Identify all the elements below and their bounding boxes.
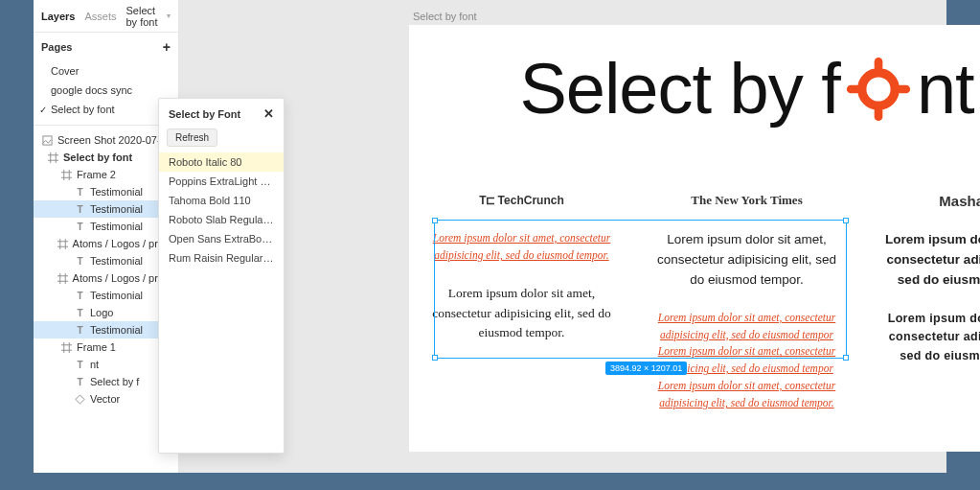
layer-row[interactable]: Vector (34, 390, 178, 408)
selection-handle-ne[interactable] (843, 218, 849, 223)
layer-label: Logo (90, 307, 113, 318)
frame-icon (61, 170, 72, 180)
testimonial-3b[interactable]: Lorem ipsum dolor sit amet, consectetur … (877, 310, 980, 365)
selection-handle-se[interactable] (843, 355, 849, 361)
hero-text-right[interactable]: nt (917, 48, 974, 129)
text-icon: T (75, 204, 85, 215)
text-icon: T (75, 256, 85, 267)
chevron-down-icon: ▾ (167, 12, 171, 20)
layer-row[interactable]: TTestimonial (34, 218, 178, 235)
text-icon: T (75, 360, 85, 370)
sidebar-topbar: Layers Assets Select by font ▾ (34, 0, 178, 33)
page-dropdown-label: Select by font (126, 5, 165, 28)
font-list-item[interactable]: Poppins ExtraLight 112 (159, 172, 284, 191)
layer-label: Testimonial (90, 186, 143, 198)
pages-title: Pages (41, 41, 72, 53)
font-list-item[interactable]: Rum Raisin Regular 120 (159, 248, 284, 268)
text-icon: T (75, 291, 85, 301)
font-list: Roboto Italic 80Poppins ExtraLight 112Ta… (159, 152, 284, 268)
text-icon: T (75, 187, 85, 198)
text-icon: T (75, 222, 85, 232)
page-item[interactable]: google docs sync (34, 81, 178, 100)
layer-row[interactable]: TTestimonial (34, 287, 178, 304)
layer-row[interactable]: TTestimonial (34, 200, 178, 218)
layer-row[interactable]: Frame 1 (34, 338, 178, 356)
layer-label: Vector (90, 393, 120, 405)
layer-row[interactable]: Select by font (34, 149, 178, 166)
add-page-button[interactable]: + (163, 40, 171, 54)
page-dropdown[interactable]: Select by font ▾ (126, 5, 171, 28)
font-list-item[interactable]: Open Sans ExtraBold 110 (159, 229, 284, 248)
layer-row[interactable]: TLogo (34, 304, 178, 321)
tab-layers[interactable]: Layers (41, 11, 75, 22)
layer-row[interactable]: TTestimonial (34, 183, 178, 200)
testimonial-3a[interactable]: Lorem ipsum dolor sit amet, consectetur … (877, 230, 980, 291)
layer-row[interactable]: Tnt (34, 356, 178, 373)
layer-label: Testimonial (90, 221, 143, 232)
layer-row[interactable]: TSelect by f (34, 373, 178, 390)
select-by-font-popup[interactable]: Select by Font ✕ Refresh Roboto Italic 8… (158, 98, 285, 454)
layer-label: Frame 1 (77, 341, 116, 353)
layer-row[interactable]: TTestimonial (34, 252, 178, 269)
svg-rect-5 (897, 84, 910, 93)
logo-techcrunch[interactable]: T⊏ TechCrunch (426, 188, 617, 213)
text-icon: T (75, 377, 85, 387)
layer-label: Select by f (90, 376, 139, 387)
layer-row[interactable]: Atoms / Logos / press (34, 235, 178, 252)
layer-label: Select by font (63, 152, 132, 163)
selection-box[interactable] (434, 220, 847, 359)
layer-row[interactable]: Atoms / Logos / press (34, 269, 178, 287)
logo-techcrunch-label: TechCrunch (498, 194, 564, 207)
pages-header: Pages + (34, 33, 178, 61)
pages-list: Covergoogle docs syncSelect by font (34, 61, 178, 119)
image-icon (42, 135, 53, 146)
font-list-item[interactable]: Roboto Slab Regular 86 (159, 210, 284, 229)
crosshair-icon (844, 55, 913, 124)
text-icon: T (75, 325, 85, 336)
layer-label: Testimonial (90, 290, 143, 301)
layer-row[interactable]: TTestimonial (34, 321, 178, 338)
svg-rect-3 (875, 106, 883, 120)
tab-assets[interactable]: Assets (84, 11, 116, 22)
vector-icon (75, 394, 85, 405)
layer-label: Testimonial (90, 203, 143, 215)
page-item[interactable]: Select by font (34, 100, 178, 119)
svg-rect-4 (847, 84, 860, 93)
divider (34, 125, 178, 126)
layer-label: nt (90, 359, 99, 370)
selection-dimensions-badge: 3894.92 × 1207.01 (605, 362, 687, 375)
hero-text-left[interactable]: Select by f (519, 48, 840, 129)
text-icon: T (75, 308, 85, 318)
selection-handle-sw[interactable] (432, 355, 438, 361)
svg-rect-2 (875, 57, 883, 70)
selection-handle-nw[interactable] (432, 218, 438, 223)
svg-point-1 (862, 72, 896, 105)
font-list-item[interactable]: Tahoma Bold 110 (159, 191, 284, 210)
frame-icon (57, 273, 68, 284)
close-icon[interactable]: ✕ (263, 106, 274, 121)
layer-row[interactable]: Screen Shot 2020-07-08 at 16 (34, 131, 178, 149)
col-3: Mashable Lorem ipsum dolor sit amet, con… (859, 188, 980, 432)
layers-list: Screen Shot 2020-07-08 at 16Select by fo… (34, 131, 178, 408)
logo-mashable[interactable]: Mashable (877, 188, 980, 213)
popup-header[interactable]: Select by Font ✕ (159, 99, 284, 128)
canvas-frame-label[interactable]: Select by font (413, 11, 477, 22)
font-list-item[interactable]: Roboto Italic 80 (159, 152, 284, 172)
page-item[interactable]: Cover (34, 61, 178, 81)
refresh-button[interactable]: Refresh (167, 128, 217, 147)
popup-title: Select by Font (169, 108, 240, 120)
frame-icon (57, 239, 68, 249)
frame-icon (61, 342, 72, 353)
layer-label: Testimonial (90, 324, 143, 336)
frame-icon (48, 152, 58, 163)
layer-label: Frame 2 (77, 169, 116, 180)
logo-nyt[interactable]: The New York Times (651, 188, 842, 213)
tc-mark-icon: T⊏ (479, 194, 493, 207)
layer-row[interactable]: Frame 2 (34, 166, 178, 183)
canvas-area[interactable]: Select by font Select by f nt (179, 0, 946, 473)
layer-label: Testimonial (90, 255, 143, 267)
hero-title: Select by f nt (409, 48, 980, 129)
